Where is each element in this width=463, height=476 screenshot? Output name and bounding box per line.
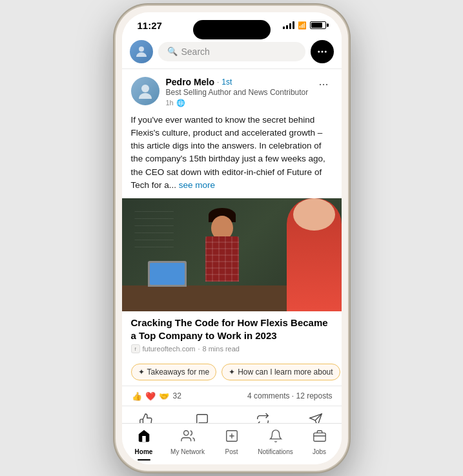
feed-content[interactable]: 🔍 Search [122,35,342,423]
post-image: ───────────────── ───────────────── ────… [122,198,342,311]
nav-home[interactable]: Home [126,429,161,455]
home-icon [137,429,151,447]
network-label: My Network [170,448,205,455]
post-time: 1h [166,99,174,107]
svg-point-2 [321,50,323,52]
nav-post[interactable]: Post [214,429,249,455]
bottom-nav: Home My Network [122,423,342,464]
send-icon [309,413,323,423]
notifications-label: Notifications [258,448,293,455]
send-button[interactable]: Send [299,409,334,423]
post-author-info: Pedro Melo · 1st Best Selling Author and… [131,77,309,107]
search-bar: 🔍 Search [122,35,342,69]
reaction-count: 32 [173,391,181,400]
screen: 11:27 📶 [122,12,342,464]
article-title: Cracking The Code for How Flexis Became … [131,316,333,342]
post-body-text: If you've ever wanted to know the secret… [131,115,325,190]
svg-point-8 [183,430,188,435]
sparkle-icon-2: ✦ [229,367,235,377]
ai-chip-learn-more[interactable]: ✦ How can I learn more about [221,364,340,380]
battery-icon [310,21,326,29]
author-details: Pedro Melo · 1st Best Selling Author and… [166,77,309,107]
author-title: Best Selling Author and News Contributor [166,88,309,97]
nav-jobs[interactable]: Jobs [302,429,337,455]
see-more-link[interactable]: see more [179,180,215,190]
ai-chips-row: ✦ Takeaways for me ✦ How can I learn mor… [122,358,342,386]
read-time: 8 mins read [203,345,240,353]
ai-chip-takeaways[interactable]: ✦ Takeaways for me [131,364,217,380]
center-person [200,208,245,311]
jobs-label: Jobs [313,448,326,455]
repost-icon [256,413,270,423]
right-person [287,198,342,311]
like-emoji: 👍 [131,390,143,402]
svg-point-4 [141,85,149,92]
author-name-row: Pedro Melo · 1st [166,77,309,87]
signal-icon [283,21,294,29]
action-bar: Like Comment [122,406,342,423]
active-tab-indicator [138,459,150,460]
post-icon [225,429,239,447]
home-label: Home [135,448,153,455]
heart-emoji: ❤️ [145,390,156,402]
author-avatar[interactable] [131,77,159,105]
laptop [148,261,187,287]
svg-point-1 [318,50,320,52]
post-label: Post [225,448,238,455]
repost-button[interactable]: Repost [242,409,283,423]
nav-notifications[interactable]: Notifications [258,429,293,455]
user-avatar[interactable] [130,40,153,63]
post-header: Pedro Melo · 1st Best Selling Author and… [122,69,342,111]
post-meta: 1h 🌐 [166,99,309,107]
search-placeholder: Search [181,47,210,57]
comment-button[interactable]: Comment [178,409,227,423]
like-button[interactable]: Like [130,409,162,423]
author-name[interactable]: Pedro Melo [166,77,214,87]
source-logo: f [131,344,140,353]
status-icons: 📶 [283,21,326,30]
phone-frame: 11:27 📶 [116,6,348,471]
article-source: f futureoftech.com · 8 mins read [131,344,333,353]
engagement-row: 👍 ❤️ 🤝 32 4 comments · 12 reposts [122,386,342,406]
svg-point-3 [324,50,326,52]
handshake-emoji: 🤝 [158,390,170,402]
connection-badge: 1st [221,78,232,87]
svg-rect-12 [313,433,325,441]
like-icon [139,413,153,423]
reaction-avatars[interactable]: 👍 ❤️ 🤝 32 [131,390,181,402]
nav-network[interactable]: My Network [170,429,205,455]
source-separator: · [198,345,200,353]
dynamic-island [193,20,271,39]
post-card: Pedro Melo · 1st Best Selling Author and… [122,69,342,423]
svg-point-0 [139,47,144,52]
comment-icon [195,413,209,423]
engagement-stats[interactable]: 4 comments · 12 reposts [247,391,332,400]
globe-icon: 🌐 [176,99,185,107]
search-icon: 🔍 [167,47,178,56]
jobs-icon [313,429,327,447]
status-time: 11:27 [138,20,162,31]
article-info[interactable]: Cracking The Code for How Flexis Became … [122,311,342,358]
chip-label-takeaways: Takeaways for me [147,367,210,377]
search-input[interactable]: 🔍 Search [158,42,305,61]
wifi-icon: 📶 [298,21,307,30]
chip-label-learn-more: How can I learn more about [238,367,333,377]
notifications-icon [269,429,283,447]
sparkle-icon-1: ✦ [138,367,145,377]
source-name: futureoftech.com [143,345,196,353]
messages-button[interactable] [311,40,334,63]
network-icon [181,429,195,447]
more-options-button[interactable]: ··· [314,77,332,91]
post-text: If you've ever wanted to know the secret… [122,111,342,199]
